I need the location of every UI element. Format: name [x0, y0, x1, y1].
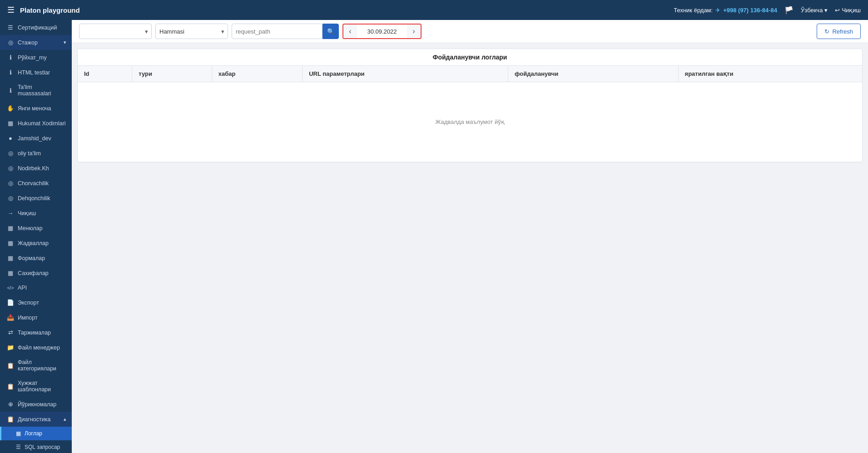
info-icon: ℹ [7, 54, 14, 61]
refresh-label: Refresh [832, 28, 853, 35]
date-display: 30.09.2022 [357, 25, 407, 38]
sidebar-item-label: Ta'lim muassasalari [18, 84, 66, 97]
toolbar: Hammasi 🔍 ‹ 30.09.2022 › ↻ Refresh [72, 20, 868, 43]
sidebar-item-label: Чиқиш [18, 210, 66, 217]
info-icon: ℹ [7, 87, 14, 94]
search-input[interactable] [232, 24, 322, 39]
chevron-up-icon: ▴ [64, 416, 66, 422]
sidebar-item-label: Chorvachilik [18, 180, 66, 187]
date-next-button[interactable]: › [407, 25, 421, 38]
sidebar-item-sertifikatsiya[interactable]: ☰ Сертификаций [0, 20, 72, 35]
col-habar: хабар [212, 66, 302, 82]
sidebar-item-label: HTML testlar [18, 69, 66, 76]
sidebar-item-fayl-menedjer[interactable]: 📁 Файл менеджер [0, 340, 72, 355]
sidebar-sub-item-label: SQL запросар [25, 444, 60, 450]
menu-icon[interactable]: ☰ [7, 5, 15, 15]
sidebar-item-label: API [18, 285, 66, 291]
sidebar-item-label: Jamshid_dev [18, 135, 66, 142]
sidebar-item-label: Экспорт [18, 300, 66, 306]
sidebar-item-oliy-talim[interactable]: ◎ oliy ta'lim [0, 146, 72, 161]
export-icon: 📄 [7, 299, 14, 306]
circle-icon: ◎ [7, 165, 14, 172]
header: ☰ Platon playground Техник ёрдам: ✈ +998… [0, 0, 868, 20]
support-phone[interactable]: +998 (97) 136-84-84 [723, 7, 777, 14]
import-icon: 📥 [7, 314, 14, 321]
sidebar-item-label: Таржималар [18, 330, 66, 336]
exit-button[interactable]: ↩ Чиқиш [835, 7, 861, 14]
circle-icon: ● [7, 135, 14, 142]
sertifikatsiya-icon: ☰ [7, 24, 14, 31]
sidebar-item-dehqonchilik[interactable]: ◎ Dehqonchilik [0, 191, 72, 206]
sidebar-item-menular[interactable]: ▦ Менюлар [0, 221, 72, 236]
telegram-icon: ✈ [715, 7, 720, 14]
sidebar-item-staj[interactable]: ◎ Стажор ▾ [0, 35, 72, 50]
diagnostika-icon: 📋 [7, 416, 14, 423]
sidebar-item-ruyxat-my[interactable]: ℹ Рўйхат_my [0, 50, 72, 65]
sidebar-item-api[interactable]: </> API [0, 281, 72, 295]
content-area: Hammasi 🔍 ‹ 30.09.2022 › ↻ Refresh [72, 20, 868, 453]
exit-icon: → [7, 210, 14, 217]
table-area: Фойдаланувчи логлари Id тури хабар URL п… [72, 43, 868, 453]
filter-dropdown-2-wrap: Hammasi [155, 24, 228, 39]
sidebar-item-label: oliy ta'lim [18, 150, 66, 157]
filter-dropdown-2[interactable]: Hammasi [155, 24, 228, 39]
language-label: Ўзбекча [801, 7, 823, 14]
sidebar-item-label: Hukumat Xodimlari [18, 120, 66, 127]
table-icon: ▦ [7, 120, 14, 127]
date-prev-button[interactable]: ‹ [343, 25, 357, 38]
sidebar-item-jadvallar[interactable]: ▦ Жадваллар [0, 236, 72, 251]
translate-icon: ⇄ [7, 329, 14, 336]
sidebar-item-hujjat-shablonlari[interactable]: 📋 Хужжат шаблонлари [0, 376, 72, 397]
sidebar-item-yuriknomalar[interactable]: ⊕ Йўрикномалар [0, 397, 72, 412]
sidebar-item-label: Nodirbek.Kh [18, 165, 66, 172]
col-url-parametrlari: URL параметрлари [303, 66, 508, 82]
empty-state-row: Жадвалда маълумот йўқ [78, 82, 862, 162]
search-button[interactable]: 🔍 [322, 24, 339, 39]
app-logo: Platon playground [20, 6, 80, 14]
sidebar-item-label: Сертификаций [18, 25, 66, 31]
sidebar-item-jamshid-dev[interactable]: ● Jamshid_dev [0, 131, 72, 146]
sidebar-item-chiqish[interactable]: → Чиқиш [0, 206, 72, 221]
circle-icon: ◎ [7, 195, 14, 202]
sidebar-item-talim-muassasalari[interactable]: ℹ Ta'lim muassasalari [0, 80, 72, 101]
empty-state-message: Жадвалда маълумот йўқ [78, 82, 862, 162]
sidebar-item-fayl-kategoriyalari[interactable]: 📋 Файл категориялари [0, 355, 72, 376]
sidebar-item-import[interactable]: 📥 Импорт [0, 310, 72, 325]
sidebar-item-eksport[interactable]: 📄 Экспорт [0, 295, 72, 310]
col-id: Id [78, 66, 132, 82]
sidebar-item-label: Жадваллар [18, 240, 66, 246]
sidebar-item-hukumat-xodimlari[interactable]: ▦ Hukumat Xodimlari [0, 116, 72, 131]
language-selector[interactable]: Ўзбекча ▾ [801, 7, 828, 14]
log-icon: ▦ [16, 430, 21, 437]
col-yaratilgan-vaqti: яратилган вақти [678, 66, 862, 82]
chevron-down-icon: ▾ [64, 39, 66, 45]
col-foydalanuvchi: фойдаланувчи [508, 66, 679, 82]
category-icon: 📋 [7, 362, 14, 369]
sidebar-item-yangi-menocha[interactable]: ✋ Янги меноча [0, 101, 72, 116]
search-icon: 🔍 [327, 28, 335, 35]
refresh-icon: ↻ [824, 28, 829, 35]
sql-icon: ☰ [16, 444, 21, 450]
sidebar-item-label: Сахифалар [18, 270, 66, 276]
data-table: Id тури хабар URL параметрлари фойдалану… [78, 66, 862, 162]
filter-dropdown-1[interactable] [79, 24, 152, 39]
table-title: Фойдаланувчи логлари [78, 49, 862, 66]
sidebar-item-diagnostika[interactable]: 📋 Диагностика ▴ [0, 412, 72, 427]
date-navigator: ‹ 30.09.2022 › [342, 24, 422, 39]
sidebar-item-tarjimalar[interactable]: ⇄ Таржималар [0, 325, 72, 340]
sidebar-item-nodirbek-kh[interactable]: ◎ Nodirbek.Kh [0, 161, 72, 176]
sidebar-item-chorvachilik[interactable]: ◎ Chorvachilik [0, 176, 72, 191]
table-body: Жадвалда маълумот йўқ [78, 82, 862, 162]
sidebar-item-sahifalar[interactable]: ▦ Сахифалар [0, 266, 72, 281]
circle-icon: ◎ [7, 180, 14, 187]
sidebar-item-label: Диагностика [18, 416, 60, 423]
sidebar-sub-item-sql-zaproslar[interactable]: ☰ SQL запросар [0, 440, 72, 453]
sidebar-item-html-testlar[interactable]: ℹ HTML testlar [0, 65, 72, 80]
form-icon: ▦ [7, 255, 14, 261]
sidebar-item-formalar[interactable]: ▦ Формалар [0, 251, 72, 266]
refresh-button[interactable]: ↻ Refresh [817, 24, 861, 39]
sidebar-sub-item-label: Логлар [25, 430, 42, 437]
sidebar-sub-item-loglar[interactable]: ▦ Логлар [0, 427, 72, 440]
sidebar-item-label: Менюлар [18, 225, 66, 231]
table-icon: ▦ [7, 240, 14, 246]
